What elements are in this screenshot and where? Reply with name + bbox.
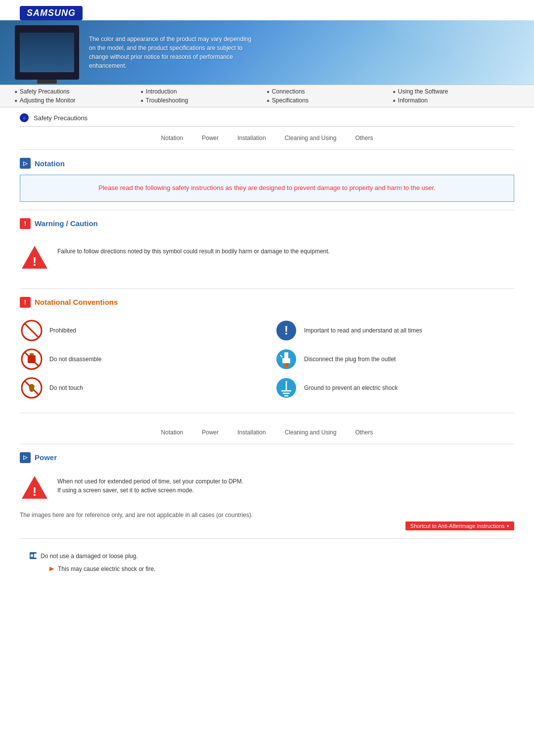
nav-menu: Safety Precautions Adjusting the Monitor… <box>0 85 534 107</box>
tab-power[interactable]: Power <box>200 134 221 142</box>
svg-text:!: ! <box>284 324 288 337</box>
nav-col-2: Introduction Troubleshooting <box>141 88 267 104</box>
svg-rect-8 <box>28 355 36 363</box>
divider-1 <box>20 210 514 210</box>
disconnect-icon <box>274 347 298 371</box>
power-section-icon: ▷ <box>20 452 31 463</box>
ground-icon <box>274 376 298 400</box>
tab2-power[interactable]: Power <box>200 428 221 437</box>
tab2-others[interactable]: Others <box>353 428 375 437</box>
no-touch-icon <box>20 376 44 400</box>
power-section-header: ▷ Power <box>20 452 514 463</box>
conventions-section-title: Notational Conventions <box>35 298 118 306</box>
svg-rect-9 <box>30 353 34 355</box>
hero-banner: The color and appearance of the product … <box>0 20 534 85</box>
nav-col-1: Safety Precautions Adjusting the Monitor <box>15 88 141 104</box>
nav-item-adjusting[interactable]: Adjusting the Monitor <box>15 97 141 104</box>
hero-description: The color and appearance of the product … <box>89 35 257 70</box>
bullet-square-icon <box>30 552 37 559</box>
conventions-section-icon: ! <box>20 297 31 308</box>
svg-rect-13 <box>284 363 288 367</box>
nav-col-4: Using the Software Information <box>393 88 519 104</box>
convention-item-no-touch: Do not touch <box>20 376 260 400</box>
important-icon: ! <box>274 319 298 342</box>
conventions-section-header: ! Notational Conventions <box>20 297 514 308</box>
conventions-grid: Prohibited ! Important to read and under… <box>20 314 514 405</box>
main-content-2: ! Warning / Caution ! Failure to follow … <box>0 210 534 578</box>
tab-cleaning[interactable]: Cleaning and Using <box>283 134 339 142</box>
convention-item-disconnect: Disconnect the plug from the outlet <box>274 347 514 371</box>
bullet-sub-text: This may cause electric shock or fire. <box>58 565 155 573</box>
divider-3 <box>20 413 514 413</box>
warning-section-header: ! Warning / Caution <box>20 218 514 229</box>
section-title-icon: ○ <box>20 113 29 122</box>
nav-item-specifications[interactable]: Specifications <box>267 97 393 104</box>
bullet-item-no-damaged-plug: Do not use a damaged or loose plug. <box>20 550 514 563</box>
prohibited-icon <box>20 319 44 342</box>
disconnect-label: Disconnect the plug from the outlet <box>304 356 396 363</box>
tab-notation[interactable]: Notation <box>159 134 185 142</box>
svg-text:!: ! <box>33 255 37 268</box>
tab-installation[interactable]: Installation <box>235 134 267 142</box>
monitor-stand <box>37 80 57 84</box>
monitor-screen <box>20 33 74 72</box>
convention-item-no-disassemble: Do not disassemble <box>20 347 260 371</box>
power-warning-row: ! When not used for extended period of t… <box>20 469 514 507</box>
tab-nav-top: Notation Power Installation Cleaning and… <box>20 127 514 150</box>
bottom-reference-note: The images here are for reference only, … <box>20 512 514 519</box>
ground-label: Ground to prevent an electric shock <box>304 384 398 391</box>
nav-item-software[interactable]: Using the Software <box>393 88 519 95</box>
important-label: Important to read and understand at all … <box>304 327 422 334</box>
notation-section-header: ▷ Notation <box>20 158 514 169</box>
hero-monitor-image <box>15 25 79 80</box>
prohibited-label: Prohibited <box>49 327 76 334</box>
svg-line-3 <box>25 324 39 337</box>
nav-item-safety[interactable]: Safety Precautions <box>15 88 141 95</box>
no-touch-label: Do not touch <box>49 384 83 391</box>
section-title-text: Safety Precautions <box>34 114 88 122</box>
shortcut-anti-afterimage-button[interactable]: Shortcut to Anti-Afterimage Instructions <box>405 521 514 530</box>
tab2-notation[interactable]: Notation <box>159 428 185 437</box>
nav-item-information[interactable]: Information <box>393 97 519 104</box>
bullet-main-text: Do not use a damaged or loose plug. <box>41 552 138 561</box>
power-section-title: Power <box>35 453 57 462</box>
warning-description: Failure to follow directions noted by th… <box>57 243 330 256</box>
power-warning-triangle-icon: ! <box>20 473 49 503</box>
warning-triangle-icon: ! <box>20 243 49 273</box>
divider-4 <box>20 538 514 539</box>
divider-2 <box>20 288 514 289</box>
svg-rect-11 <box>284 352 288 359</box>
no-disassemble-label: Do not disassemble <box>49 356 101 363</box>
samsung-logo: SAMSUNG <box>20 6 83 20</box>
warning-section-title: Warning / Caution <box>35 219 98 228</box>
notation-section-title: Notation <box>35 159 65 168</box>
tab2-installation[interactable]: Installation <box>235 428 267 437</box>
svg-rect-25 <box>31 554 33 557</box>
page-header: SAMSUNG <box>0 0 534 20</box>
notation-box-text: Please read the following safety instruc… <box>30 183 504 193</box>
bullet-section: Do not use a damaged or loose plug. ▶ Th… <box>20 547 514 578</box>
nav-col-3: Connections Specifications <box>267 88 393 104</box>
shortcut-row: Shortcut to Anti-Afterimage Instructions <box>20 521 514 530</box>
bullet-sub-item-shock: ▶ This may cause electric shock or fire. <box>20 563 514 575</box>
power-warning-description: When not used for extended period of tim… <box>57 473 243 495</box>
section-title-bar: ○ Safety Precautions <box>20 107 514 127</box>
warning-section-body: ! Failure to follow directions noted by … <box>20 235 514 281</box>
convention-item-important: ! Important to read and understand at al… <box>274 319 514 342</box>
no-disassemble-icon <box>20 347 44 371</box>
tab2-cleaning[interactable]: Cleaning and Using <box>283 428 339 437</box>
bullet-arrow-icon: ▶ <box>49 565 54 572</box>
convention-item-prohibited: Prohibited <box>20 319 260 342</box>
convention-item-ground: Ground to prevent an electric shock <box>274 376 514 400</box>
notation-section-icon: ▷ <box>20 158 31 169</box>
nav-item-troubleshooting[interactable]: Troubleshooting <box>141 97 267 104</box>
main-content: ○ Safety Precautions Notation Power Inst… <box>0 107 534 169</box>
warning-row: ! Failure to follow directions noted by … <box>20 239 514 277</box>
svg-rect-12 <box>282 358 290 363</box>
warning-section-icon: ! <box>20 218 31 229</box>
hero-wave-decoration <box>386 20 534 85</box>
tab-others[interactable]: Others <box>353 134 375 142</box>
tab-nav-bottom: Notation Power Installation Cleaning and… <box>20 421 514 444</box>
nav-item-connections[interactable]: Connections <box>267 88 393 95</box>
nav-item-introduction[interactable]: Introduction <box>141 88 267 95</box>
